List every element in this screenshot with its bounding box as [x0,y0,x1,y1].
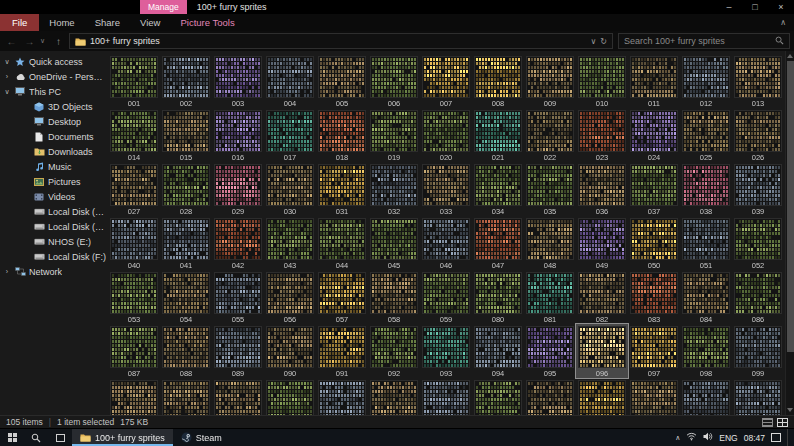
file-item-056[interactable]: 056 [264,270,316,324]
forward-icon[interactable]: → [22,36,37,47]
file-item-048[interactable]: 048 [524,216,576,270]
file-item[interactable] [264,378,316,415]
recent-locations-icon[interactable]: ∨ [40,37,48,45]
file-item-036[interactable]: 036 [576,162,628,216]
file-item-054[interactable]: 054 [160,270,212,324]
file-item-041[interactable]: 041 [160,216,212,270]
thumbnails-view-icon[interactable] [777,418,788,427]
address-dropdown-icon[interactable]: ∨ [590,37,596,46]
file-item-031[interactable]: 031 [316,162,368,216]
scroll-up-icon[interactable] [787,54,793,58]
file-item-022[interactable]: 022 [524,108,576,162]
file-item-009[interactable]: 009 [524,54,576,108]
file-item-008[interactable]: 008 [472,54,524,108]
file-item-093[interactable]: 093 [420,324,472,378]
address-box[interactable]: 100+ furry sprites ∨ ↻ [69,33,613,49]
tab-picture-tools[interactable]: Picture Tools [170,14,244,31]
breadcrumb[interactable]: 100+ furry sprites [90,36,160,46]
refresh-icon[interactable]: ↻ [600,37,607,46]
file-item-055[interactable]: 055 [212,270,264,324]
file-item-025[interactable]: 025 [680,108,732,162]
file-item-023[interactable]: 023 [576,108,628,162]
file-item[interactable] [472,378,524,415]
file-item-024[interactable]: 024 [628,108,680,162]
file-item[interactable] [420,378,472,415]
file-item-003[interactable]: 003 [212,54,264,108]
sidebar-item-local-disk-f[interactable]: Local Disk (F:) [0,249,106,264]
file-item-059[interactable]: 059 [420,270,472,324]
file-item-034[interactable]: 034 [472,162,524,216]
file-item-090[interactable]: 090 [264,324,316,378]
maximize-button[interactable]: □ [742,0,768,14]
file-item[interactable] [316,378,368,415]
sidebar-item-music[interactable]: Music [0,159,106,174]
scroll-down-icon[interactable] [787,408,793,412]
file-item-050[interactable]: 050 [628,216,680,270]
file-item-020[interactable]: 020 [420,108,472,162]
file-item[interactable] [524,378,576,415]
back-icon[interactable]: ← [4,36,19,47]
file-item-039[interactable]: 039 [732,162,784,216]
file-item[interactable] [108,378,160,415]
sidebar-item-local-disk-d[interactable]: Local Disk (D:) [0,219,106,234]
file-item-010[interactable]: 010 [576,54,628,108]
language-indicator[interactable]: ENG [719,433,737,443]
file-item[interactable] [576,378,628,415]
file-item-011[interactable]: 011 [628,54,680,108]
expand-chevron-icon[interactable]: › [3,268,11,275]
file-item-037[interactable]: 037 [628,162,680,216]
file-item-052[interactable]: 052 [732,216,784,270]
file-item-032[interactable]: 032 [368,162,420,216]
sidebar-item-desktop[interactable]: Desktop [0,114,106,129]
file-item[interactable] [732,378,784,415]
file-item-018[interactable]: 018 [316,108,368,162]
file-item-099[interactable]: 099 [732,324,784,378]
file-item-098[interactable]: 098 [680,324,732,378]
file-item-015[interactable]: 015 [160,108,212,162]
file-item-092[interactable]: 092 [368,324,420,378]
file-item-086[interactable]: 086 [732,270,784,324]
show-desktop-button[interactable] [787,429,791,446]
file-item-016[interactable]: 016 [212,108,264,162]
sidebar-item-nhos-e[interactable]: NHOS (E:) [0,234,106,249]
file-item[interactable] [628,378,680,415]
file-item-017[interactable]: 017 [264,108,316,162]
notification-center-icon[interactable] [771,433,781,442]
clock[interactable]: 08:47 [744,433,765,443]
file-item-028[interactable]: 028 [160,162,212,216]
task-view-button[interactable] [48,429,72,446]
file-item-080[interactable]: 080 [472,270,524,324]
file-item-046[interactable]: 046 [420,216,472,270]
file-item-044[interactable]: 044 [316,216,368,270]
file-item-047[interactable]: 047 [472,216,524,270]
file-item-084[interactable]: 084 [680,270,732,324]
scrollbar-thumb[interactable] [787,61,794,352]
file-item-058[interactable]: 058 [368,270,420,324]
file-item-005[interactable]: 005 [316,54,368,108]
taskbar-app-steam[interactable]: Steam [173,429,230,446]
manage-contextual-tab[interactable]: Manage [140,0,187,14]
collapse-chevron-icon[interactable]: ∨ [3,88,11,96]
sidebar-item-pictures[interactable]: Pictures [0,174,106,189]
sidebar-item-documents[interactable]: Documents [0,129,106,144]
file-item-089[interactable]: 089 [212,324,264,378]
file-item-007[interactable]: 007 [420,54,472,108]
file-item-083[interactable]: 083 [628,270,680,324]
file-item-096[interactable]: 096 [576,324,628,378]
wifi-icon[interactable] [686,432,697,443]
file-item-019[interactable]: 019 [368,108,420,162]
file-item-042[interactable]: 042 [212,216,264,270]
file-item-027[interactable]: 027 [108,162,160,216]
file-item-004[interactable]: 004 [264,54,316,108]
collapse-ribbon-icon[interactable]: ∧ [780,18,786,27]
taskbar-app-100-furry-sprites[interactable]: 100+ furry sprites [72,429,173,446]
close-button[interactable]: × [768,0,794,14]
file-item-082[interactable]: 082 [576,270,628,324]
volume-icon[interactable] [703,432,713,443]
file-item-012[interactable]: 012 [680,54,732,108]
file-item-006[interactable]: 006 [368,54,420,108]
search-input[interactable]: Search 100+ furry sprites [618,33,790,49]
sidebar-item-quick-access[interactable]: ∨Quick access [0,54,106,69]
file-item[interactable] [680,378,732,415]
file-item-043[interactable]: 043 [264,216,316,270]
